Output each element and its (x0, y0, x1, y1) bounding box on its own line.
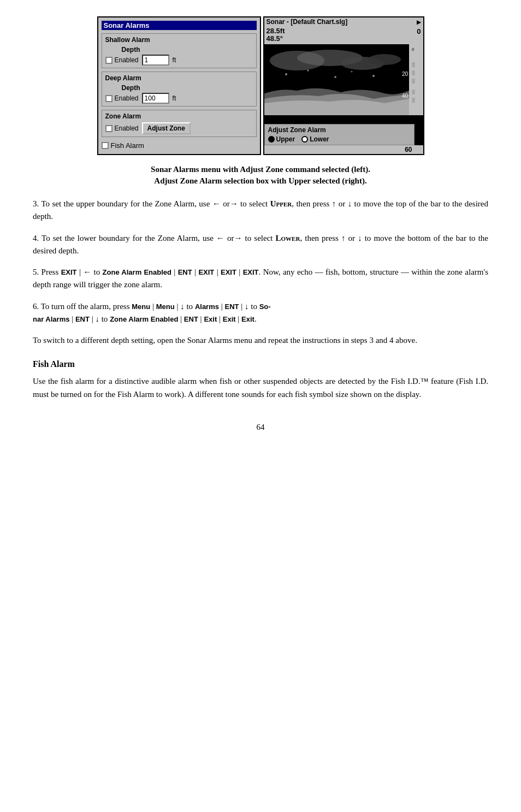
sonar-alarms-panel: Sonar Alarms Shallow Alarm Depth Enabled… (97, 16, 261, 155)
alarms-kbd: Alarms (195, 303, 219, 311)
svg-text:░: ░ (412, 90, 415, 94)
shallow-alarm-group: Shallow Alarm Depth Enabled 1 ft (102, 33, 257, 68)
deep-enabled-label[interactable]: Enabled (105, 94, 139, 102)
fish-alarm-heading: Fish Alarm (33, 358, 488, 371)
svg-point-9 (351, 70, 352, 72)
sonar-depth1: 28.5ft (267, 27, 285, 35)
upper-label: Upper (276, 135, 295, 143)
svg-text:20: 20 (402, 71, 408, 77)
deep-alarm-row: Enabled 100 ft (105, 93, 253, 104)
lower-label: Lower (310, 135, 329, 143)
sonar-top-bar: 28.5ft 48.5° 0 (264, 26, 423, 44)
fish-alarm-row: Fish Alarm (102, 140, 257, 151)
svg-point-5 (368, 54, 401, 65)
exit-kbd-6: Exit (223, 315, 236, 323)
sonar-title-arrow: ▶ (417, 19, 421, 25)
svg-text:40: 40 (402, 93, 408, 99)
caption-line1: Sonar Alarms menu with Adjust Zone comma… (33, 164, 488, 175)
zone-alarm-row: Enabled Adjust Zone (105, 122, 253, 134)
svg-text:░: ░ (412, 62, 415, 67)
shallow-depth-input[interactable]: 1 (142, 55, 169, 66)
deep-ft-label: ft (173, 94, 176, 102)
ent-kbd-2: ENT (224, 303, 239, 311)
zone-alarm-enabled-kbd-2: Zone Alarm Enabled (110, 315, 178, 323)
upper-smallcaps: Upper (270, 199, 292, 208)
sonar-body: 20 40 0 ░ ░ ░ ░ ░ Adjust Zone Alarm Uppe… (264, 44, 423, 145)
svg-text:░: ░ (412, 98, 415, 103)
exit-kbd-2: EXIT (198, 268, 214, 276)
paragraph-switch: To switch to a different depth setting, … (33, 334, 488, 347)
zone-alarm-overlay-title: Adjust Zone Alarm (268, 126, 411, 134)
sonar-alarms-title: Sonar Alarms (102, 21, 257, 30)
sonar-zero: 0 (417, 27, 421, 43)
main-content: 3. To set the upper boundary for the Zon… (33, 198, 488, 401)
sonar-depth-text: 28.5ft 48.5° (267, 27, 285, 43)
zone-enabled-label[interactable]: Enabled (105, 125, 139, 132)
exit-kbd-1: EXIT (61, 268, 77, 276)
sonar-display-panel: Sonar - [Default Chart.slg] ▶ 28.5ft 48.… (263, 16, 424, 155)
svg-point-8 (334, 76, 336, 78)
paragraph-fish: Use the fish alarm for a distinctive aud… (33, 375, 488, 401)
shallow-enabled-label[interactable]: Enabled (105, 56, 139, 64)
deep-depth-input[interactable]: 100 (142, 93, 169, 104)
exit-kbd-4: EXIT (243, 268, 259, 276)
lower-smallcaps: Lower (276, 234, 300, 242)
deep-depth-label: Depth (122, 84, 253, 92)
zone-alarm-options: Upper Lower (268, 135, 411, 143)
exit-kbd-3: EXIT (221, 268, 236, 276)
svg-point-7 (307, 69, 309, 71)
adjust-zone-button[interactable]: Adjust Zone (142, 122, 191, 134)
caption-line2: Adjust Zone Alarm selection box with Upp… (33, 175, 488, 187)
paragraph-3: 3. To set the upper boundary for the Zon… (33, 198, 488, 223)
zone-alarm-enabled-kbd: Zone Alarm Enabled (103, 268, 171, 276)
upper-radio[interactable] (268, 136, 275, 143)
deep-alarm-title: Deep Alarm (105, 74, 253, 82)
ent-kbd-1: ENT (178, 268, 192, 276)
paragraph-4: 4. To set the lower boundary for the Zon… (33, 232, 488, 258)
deep-alarm-group: Deep Alarm Depth Enabled 100 ft (102, 72, 257, 106)
shallow-checkbox[interactable] (105, 57, 113, 64)
paragraph-5: 5. Press EXIT | ← to Zone Alarm Enabled … (33, 266, 488, 292)
menu-kbd-2: Menu (156, 303, 175, 311)
ent-kbd-4: ENT (184, 315, 198, 323)
shallow-alarm-title: Shallow Alarm (105, 36, 253, 44)
sonar-bottom-bar: 60 (264, 145, 423, 154)
shallow-depth-label: Depth (122, 46, 253, 54)
lower-radio[interactable] (301, 136, 308, 143)
shallow-ft-label: ft (173, 56, 176, 64)
zone-checkbox[interactable] (105, 125, 113, 132)
page-number: 64 (33, 423, 488, 432)
upper-option[interactable]: Upper (268, 135, 295, 143)
sonar-title-text: Sonar - [Default Chart.slg] (267, 18, 348, 26)
menu-kbd-1: Menu (132, 303, 150, 311)
zone-alarm-overlay: Adjust Zone Alarm Upper Lower (264, 124, 415, 145)
sonar-marker60: 60 (405, 146, 412, 153)
svg-text:░: ░ (412, 79, 415, 84)
paragraph-6: 6. To turn off the alarm, press Menu | M… (33, 300, 488, 326)
fish-alarm-label: Fish Alarm (111, 141, 144, 150)
exit-kbd-5: Exit (204, 315, 217, 323)
lower-option[interactable]: Lower (301, 135, 329, 143)
svg-text:0: 0 (412, 47, 415, 52)
ent-kbd-3: ENT (75, 315, 90, 323)
svg-point-10 (372, 75, 375, 77)
svg-point-6 (285, 73, 287, 75)
panels-caption: Sonar Alarms menu with Adjust Zone comma… (33, 164, 488, 187)
deep-checkbox[interactable] (105, 95, 113, 102)
shallow-alarm-row: Enabled 1 ft (105, 55, 253, 66)
zone-alarm-title: Zone Alarm (105, 112, 253, 120)
svg-text:░: ░ (412, 70, 415, 75)
sonar-depth2: 48.5° (267, 35, 285, 43)
svg-rect-13 (409, 44, 423, 115)
exit-kbd-7: Exit (241, 315, 254, 323)
zone-alarm-group: Zone Alarm Enabled Adjust Zone (102, 110, 257, 137)
fish-checkbox[interactable] (102, 142, 109, 149)
top-panels: Sonar Alarms Shallow Alarm Depth Enabled… (33, 16, 488, 155)
sonar-title-bar: Sonar - [Default Chart.slg] ▶ (264, 17, 423, 26)
